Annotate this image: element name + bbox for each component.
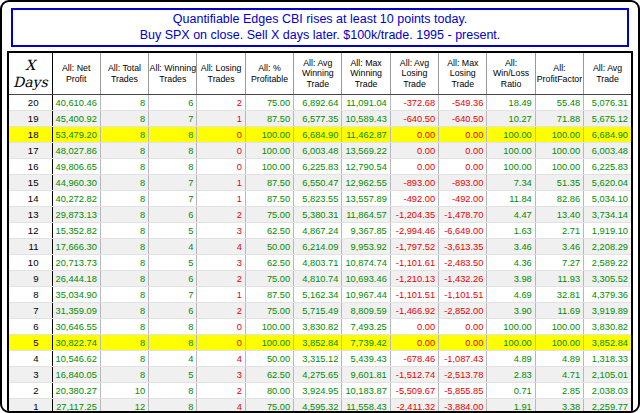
data-cell: -1,101.61 xyxy=(390,255,438,271)
data-cell: 4,379.36 xyxy=(584,287,632,303)
data-cell: 6 xyxy=(149,207,197,223)
column-header: All: Net Profit xyxy=(52,52,100,95)
data-cell: 50.00 xyxy=(245,239,293,255)
table-row: 1020,713.7385362.504,803.7110,874.74-1,1… xyxy=(8,255,632,271)
data-cell: 7,739.42 xyxy=(342,335,390,351)
data-cell: 6 xyxy=(149,95,197,111)
data-cell: 100.00 xyxy=(535,143,583,159)
data-cell: 5,620.04 xyxy=(584,175,632,191)
data-cell: 5,675.12 xyxy=(584,111,632,127)
data-cell: 0.00 xyxy=(390,319,438,335)
data-cell: -1,432.26 xyxy=(439,271,487,287)
data-cell: 3,830.82 xyxy=(294,319,342,335)
data-cell: 7 xyxy=(149,287,197,303)
data-cell: 6,892.64 xyxy=(294,95,342,111)
data-cell: 26,444.18 xyxy=(52,271,100,287)
data-cell: 0.71 xyxy=(487,383,535,399)
x-days-cell: 11 xyxy=(8,239,52,255)
data-cell: 3,305.52 xyxy=(584,271,632,287)
data-cell: 8 xyxy=(100,319,148,335)
data-cell: -549.36 xyxy=(439,95,487,111)
data-cell: 10,874.74 xyxy=(342,255,390,271)
data-cell: 3,852.84 xyxy=(294,335,342,351)
data-cell: -2,994.46 xyxy=(390,223,438,239)
data-cell: 8 xyxy=(100,95,148,111)
data-cell: 11,091.04 xyxy=(342,95,390,111)
data-cell: -3,613.35 xyxy=(439,239,487,255)
x-days-cell: 13 xyxy=(8,207,52,223)
data-cell: 1.91 xyxy=(487,399,535,413)
data-cell: 75.00 xyxy=(245,95,293,111)
data-cell: 100.00 xyxy=(487,319,535,335)
data-cell: 100.00 xyxy=(535,127,583,143)
data-cell: 100.00 xyxy=(245,335,293,351)
data-cell: -1,210.13 xyxy=(390,271,438,287)
data-cell: 2 xyxy=(197,303,245,319)
x-days-cell: 20 xyxy=(8,95,52,111)
data-cell: 8 xyxy=(100,111,148,127)
column-header: All: Avg Losing Trade xyxy=(390,52,438,95)
data-cell: -2,483.50 xyxy=(439,255,487,271)
data-cell: 10,589.43 xyxy=(342,111,390,127)
data-cell: -640.50 xyxy=(439,111,487,127)
data-cell: 8 xyxy=(100,287,148,303)
data-cell: 11,558.43 xyxy=(342,399,390,413)
data-cell: 6,577.35 xyxy=(294,111,342,127)
table-row: 1649,806.65880100.006,225.8312,790.540.0… xyxy=(8,159,632,175)
data-cell: -1,797.52 xyxy=(390,239,438,255)
table-row: 1544,960.3087187.506,550.4712,962.55-893… xyxy=(8,175,632,191)
data-cell: 100.00 xyxy=(487,159,535,175)
data-cell: 6,003.48 xyxy=(584,143,632,159)
data-cell: 4 xyxy=(149,239,197,255)
data-cell: 4,810.74 xyxy=(294,271,342,287)
data-cell: 0.00 xyxy=(390,335,438,351)
data-cell: 45,400.92 xyxy=(52,111,100,127)
data-cell: 0 xyxy=(197,335,245,351)
data-cell: 15,352.82 xyxy=(52,223,100,239)
data-cell: 3.46 xyxy=(535,239,583,255)
data-cell: 6,003.48 xyxy=(294,143,342,159)
data-cell: 3,924.95 xyxy=(294,383,342,399)
data-cell: 4,867.24 xyxy=(294,223,342,239)
table-header: X DaysAll: Net ProfitAll: Total TradesAl… xyxy=(8,52,632,95)
data-cell: 4 xyxy=(197,239,245,255)
data-cell: 0 xyxy=(197,319,245,335)
data-cell: 8 xyxy=(100,255,148,271)
data-cell: 30,822.74 xyxy=(52,335,100,351)
data-cell: 11,864.57 xyxy=(342,207,390,223)
table-row: 731,359.0986275.005,715.498,809.59-1,466… xyxy=(8,303,632,319)
data-cell: 8 xyxy=(100,191,148,207)
data-cell: 11.84 xyxy=(487,191,535,207)
data-cell: 7.27 xyxy=(535,255,583,271)
data-cell: 8 xyxy=(100,143,148,159)
header-row: X DaysAll: Net ProfitAll: Total TradesAl… xyxy=(8,52,632,95)
data-cell: 2,259.77 xyxy=(584,399,632,413)
data-cell: 8 xyxy=(100,351,148,367)
data-cell: 62.50 xyxy=(245,255,293,271)
data-cell: 9,601.81 xyxy=(342,367,390,383)
data-cell: 8 xyxy=(100,159,148,175)
data-cell: -492.00 xyxy=(439,191,487,207)
data-cell: -893.00 xyxy=(390,175,438,191)
x-days-cell: 6 xyxy=(8,319,52,335)
data-cell: -1,087.43 xyxy=(439,351,487,367)
x-days-cell: 7 xyxy=(8,303,52,319)
table-row: 630,646.55880100.003,830.827,493.250.000… xyxy=(8,319,632,335)
data-cell: -1,512.74 xyxy=(390,367,438,383)
data-cell: 9,367.85 xyxy=(342,223,390,239)
column-header: All: Total Trades xyxy=(100,52,148,95)
data-cell: 29,873.13 xyxy=(52,207,100,223)
data-cell: 0.00 xyxy=(390,127,438,143)
data-cell: 8 xyxy=(149,143,197,159)
data-cell: 4,275.65 xyxy=(294,367,342,383)
data-cell: 82.86 xyxy=(535,191,583,207)
data-cell: -1,204.35 xyxy=(390,207,438,223)
data-cell: 6 xyxy=(149,303,197,319)
title-line-2: Buy SPX on close. Sell X days later. $10… xyxy=(15,27,625,43)
data-cell: 5,034.10 xyxy=(584,191,632,207)
data-cell: 2,038.03 xyxy=(584,383,632,399)
data-cell: 100.00 xyxy=(535,159,583,175)
data-cell: 3 xyxy=(197,255,245,271)
data-cell: 62.50 xyxy=(245,223,293,239)
data-cell: 1,919.10 xyxy=(584,223,632,239)
